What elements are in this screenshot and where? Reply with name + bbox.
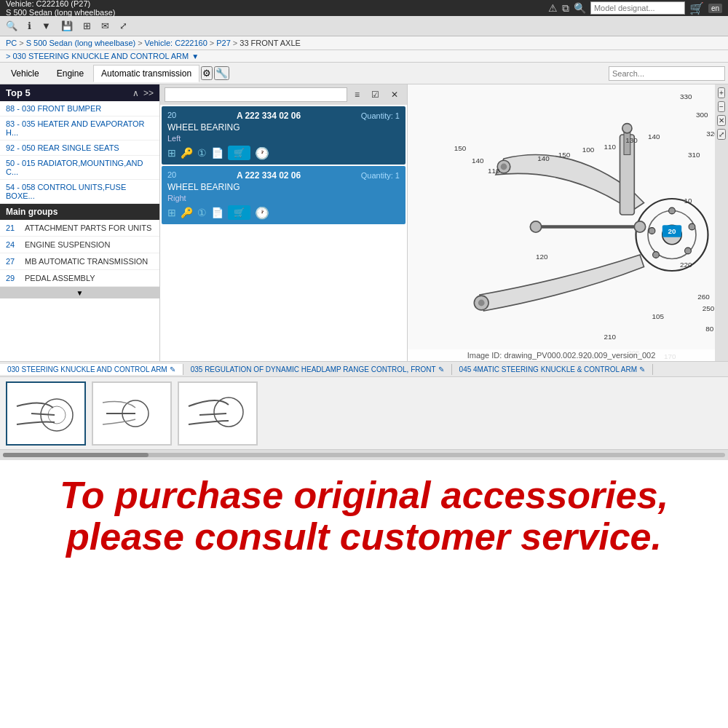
thumbnail-1[interactable]	[92, 381, 172, 446]
bottom-tabs-strip: 030 STEERING KNUCKLE AND CONTROL ARM ✎ 0…	[0, 361, 728, 377]
part-side-0: Left	[167, 134, 400, 143]
close-icon[interactable]: ✕	[387, 84, 403, 105]
filter-icon[interactable]: ▼	[39, 19, 54, 33]
part-pos-0: 20	[167, 111, 176, 119]
svg-line-50	[199, 414, 226, 415]
tab-automatic-transmission[interactable]: Automatic transmission	[93, 65, 199, 82]
breadcrumb-vehicle-model[interactable]: S 500 Sedan (long wheelbase)	[26, 39, 135, 47]
tab-icon-tools[interactable]: 🔧	[214, 66, 229, 80]
svg-text:120: 120	[536, 253, 548, 261]
email-icon[interactable]: ✉	[98, 19, 112, 33]
svg-text:140: 140	[472, 157, 484, 165]
sidebar-scroll-down-btn[interactable]: ▼	[0, 287, 159, 298]
part-grid-icon-0[interactable]: ⊞	[167, 147, 176, 159]
model-search-input[interactable]	[590, 1, 685, 15]
thumbnail-0[interactable]	[6, 381, 86, 446]
bottom-tab-0[interactable]: 030 STEERING KNUCKLE AND CONTROL ARM ✎	[0, 364, 183, 375]
sidebar-item-4[interactable]: 54 - 058 CONTROL UNITS,FUSE BOXE...	[0, 180, 159, 204]
svg-text:10: 10	[684, 197, 693, 205]
svg-point-49	[214, 397, 243, 427]
tab-engine[interactable]: Engine	[49, 65, 92, 82]
part-clock-btn-1[interactable]: 🕐	[255, 206, 269, 220]
diagram-plus-btn[interactable]: +	[718, 87, 725, 98]
bottom-tab-2[interactable]: 045 4MATIC STEERING KNUCKLE & CONTROL AR…	[452, 364, 654, 375]
part-info-icon-1[interactable]: ①	[197, 207, 207, 218]
main-layout: Top 5 ∧ >> 88 - 030 FRONT BUMPER 83 - 03…	[0, 84, 728, 361]
search-icon-top[interactable]: 🔍	[574, 2, 586, 14]
save-icon[interactable]: 💾	[58, 19, 76, 33]
sidebar-group-27[interactable]: 27 MB AUTOMATIC TRANSMISSION	[0, 253, 159, 270]
part-item-0: 20 A 222 334 02 06 Quantity: 1 WHEEL BEA…	[162, 106, 405, 165]
part-cart-btn-1[interactable]: 🛒	[228, 205, 250, 220]
copy-icon[interactable]: ⧉	[562, 2, 569, 15]
svg-text:260: 260	[697, 293, 710, 301]
sidebar-group-29[interactable]: 29 PEDAL ASSEMBLY	[0, 270, 159, 287]
tab-icon-settings[interactable]: ⚙	[201, 66, 213, 80]
svg-point-19	[634, 221, 645, 232]
language-badge[interactable]: en	[708, 4, 722, 13]
edit-icon-1[interactable]: ✎	[438, 365, 444, 373]
cart-icon[interactable]: 🛒	[689, 1, 704, 15]
svg-point-3	[669, 207, 676, 214]
edit-icon-2[interactable]: ✎	[639, 365, 645, 373]
scroll-thumb[interactable]	[3, 453, 149, 457]
part-cart-btn-0[interactable]: 🛒	[228, 146, 250, 160]
diagram-expand-btn[interactable]: ⤢	[717, 129, 726, 140]
part-info-icon-0[interactable]: ①	[197, 147, 207, 159]
part-key-icon-1[interactable]: 🔑	[181, 207, 193, 218]
scroll-track[interactable]	[3, 453, 725, 457]
warning-icon[interactable]: ⚠	[548, 2, 558, 14]
parts-search-input[interactable]	[609, 66, 725, 81]
part-grid-icon-1[interactable]: ⊞	[167, 207, 176, 218]
part-qty-0: Quantity: 1	[361, 111, 400, 120]
sub-breadcrumb: > 030 STEERING KNUCKLE AND CONTROL ARM ▼	[0, 50, 728, 63]
part-key-icon-0[interactable]: 🔑	[181, 147, 193, 159]
svg-text:140: 140	[537, 154, 550, 162]
sidebar-group-24[interactable]: 24 ENGINE SUSPENSION	[0, 237, 159, 253]
diagram-close-btn[interactable]: ✕	[717, 115, 726, 126]
sidebar-group-21[interactable]: 21 ATTACHMENT PARTS FOR UNITS	[0, 220, 159, 237]
svg-text:130: 130	[625, 136, 638, 144]
list-icon[interactable]: ≡	[350, 84, 364, 105]
checkbox-icon[interactable]: ☑	[367, 84, 384, 105]
expand-icon[interactable]: ⤢	[116, 19, 130, 33]
svg-point-4	[689, 223, 695, 230]
tabs-bar: Vehicle Engine Automatic transmission ⚙ …	[0, 63, 728, 84]
diagram-minus-btn[interactable]: −	[718, 101, 725, 112]
grid-icon[interactable]: ⊞	[80, 19, 94, 33]
sidebar-item-1[interactable]: 83 - 035 HEATER AND EVAPORATOR H...	[0, 116, 159, 141]
zoom-in-icon[interactable]: 🔍	[3, 19, 20, 33]
thumbnail-2[interactable]	[178, 381, 258, 446]
breadcrumb-pc[interactable]: PC	[6, 39, 17, 47]
tab-vehicle[interactable]: Vehicle	[3, 65, 47, 82]
svg-text:300: 300	[696, 111, 708, 119]
breadcrumb-vehicle-id[interactable]: Vehicle: C222160	[145, 39, 207, 47]
part-doc-icon-1[interactable]: 📄	[211, 207, 223, 218]
dropdown-arrow-icon[interactable]: ▼	[191, 52, 199, 60]
svg-text:150: 150	[454, 144, 467, 152]
top5-header: Top 5 ∧ >>	[0, 84, 159, 101]
info-icon[interactable]: ℹ	[25, 19, 34, 33]
svg-text:150: 150	[558, 151, 571, 159]
part-filter-input[interactable]	[165, 87, 347, 102]
svg-point-7	[649, 228, 655, 234]
part-doc-icon-0[interactable]: 📄	[211, 147, 223, 159]
svg-text:110: 110	[488, 167, 500, 175]
part-code-1: A 222 334 02 06	[237, 170, 301, 181]
part-clock-btn-0[interactable]: 🕐	[255, 146, 269, 160]
svg-text:80: 80	[705, 325, 714, 333]
sidebar-item-3[interactable]: 50 - 015 RADIATOR,MOUNTING,AND C...	[0, 156, 159, 180]
sub-breadcrumb-link[interactable]: 030 STEERING KNUCKLE AND CONTROL ARM	[12, 52, 189, 60]
breadcrumb-p27[interactable]: P27	[216, 39, 231, 47]
svg-text:250: 250	[703, 304, 715, 312]
sidebar-item-0[interactable]: 88 - 030 FRONT BUMPER	[0, 101, 159, 116]
bottom-tab-1[interactable]: 035 REGULATION OF DYNAMIC HEADLAMP RANGE…	[183, 364, 452, 375]
edit-icon-0[interactable]: ✎	[170, 365, 175, 373]
svg-text:210: 210	[604, 333, 617, 341]
second-toolbar: 🔍 ℹ ▼ 💾 ⊞ ✉ ⤢	[0, 16, 728, 36]
top5-expand-btn[interactable]: >>	[143, 88, 154, 98]
top5-collapse-btn[interactable]: ∧	[132, 88, 139, 98]
svg-line-46	[31, 414, 55, 415]
vehicle-info: Vehicle: C222160 (P27) S 500 Sedan (long…	[6, 0, 115, 17]
sidebar-item-2[interactable]: 92 - 050 REAR SINGLE SEATS	[0, 141, 159, 156]
